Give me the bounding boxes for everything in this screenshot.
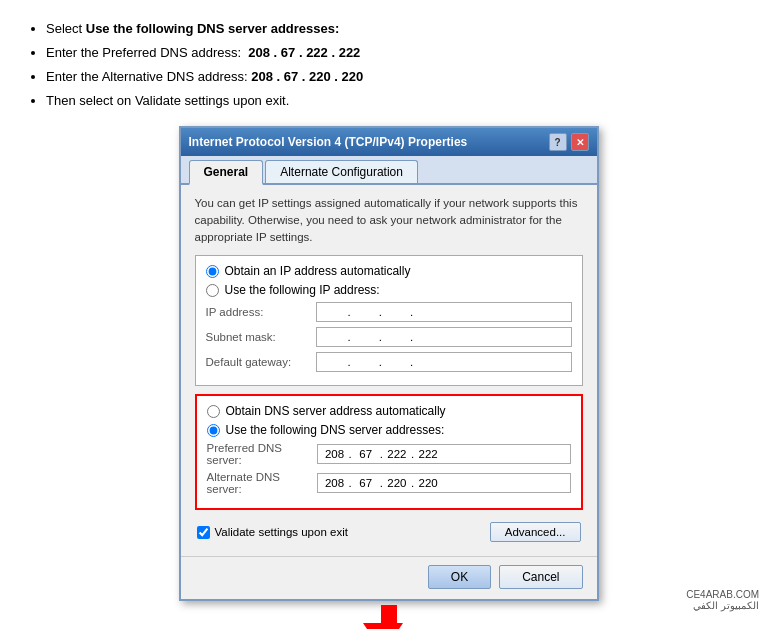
subnet-mask-label: Subnet mask:: [206, 331, 316, 343]
dialog-description: You can get IP settings assigned automat…: [195, 195, 583, 245]
instruction-item-1: Select Use the following DNS server addr…: [46, 18, 753, 40]
default-gateway-input: . . .: [316, 352, 572, 372]
instruction-item-3: Enter the Alternative DNS address: 208 .…: [46, 66, 753, 88]
alternate-dns-input[interactable]: 208 . 67 . 220 . 220: [317, 473, 571, 493]
help-button[interactable]: ?: [549, 133, 567, 151]
subnet-mask-row: Subnet mask: . . .: [206, 327, 572, 347]
dialog-bottom-row: Validate settings upon exit Advanced...: [195, 518, 583, 546]
ip-section: Obtain an IP address automatically Use t…: [195, 255, 583, 386]
tab-general[interactable]: General: [189, 160, 264, 185]
obtain-ip-auto-label: Obtain an IP address automatically: [225, 264, 411, 278]
arrow-indicator: [375, 605, 403, 629]
obtain-dns-auto-row: Obtain DNS server address automatically: [207, 404, 571, 418]
validate-checkbox[interactable]: [197, 526, 210, 539]
use-following-ip-label: Use the following IP address:: [225, 283, 380, 297]
ip-address-input: . . .: [316, 302, 572, 322]
dialog-outer: Internet Protocol Version 4 (TCP/IPv4) P…: [24, 126, 753, 601]
dialog-body: You can get IP settings assigned automat…: [181, 185, 597, 556]
use-following-ip-row: Use the following IP address:: [206, 283, 572, 297]
titlebar-buttons: ? ✕: [549, 133, 589, 151]
arrow-head: [363, 623, 403, 629]
obtain-dns-auto-radio[interactable]: [207, 405, 220, 418]
ip-address-row: IP address: . . .: [206, 302, 572, 322]
close-button[interactable]: ✕: [571, 133, 589, 151]
ok-button[interactable]: OK: [428, 565, 491, 589]
validate-label: Validate settings upon exit: [215, 526, 348, 538]
instruction-item-2: Enter the Preferred DNS address: 208 . 6…: [46, 42, 753, 64]
preferred-dns-label: Preferred DNS server:: [207, 442, 317, 466]
watermark-line1: CE4ARAB.COM: [686, 589, 759, 600]
arrow-shaft: [381, 605, 397, 623]
dialog-window: Internet Protocol Version 4 (TCP/IPv4) P…: [179, 126, 599, 601]
use-following-ip-radio[interactable]: [206, 284, 219, 297]
arrow-container: [24, 605, 753, 629]
cancel-button[interactable]: Cancel: [499, 565, 582, 589]
ip-address-label: IP address:: [206, 306, 316, 318]
dialog-titlebar: Internet Protocol Version 4 (TCP/IPv4) P…: [181, 128, 597, 156]
instruction-item-4: Then select on Validate settings upon ex…: [46, 90, 753, 112]
obtain-ip-auto-radio[interactable]: [206, 265, 219, 278]
use-following-dns-radio[interactable]: [207, 424, 220, 437]
use-following-dns-label: Use the following DNS server addresses:: [226, 423, 445, 437]
dialog-footer: OK Cancel: [181, 556, 597, 599]
alternate-dns-row: Alternate DNS server: 208 . 67 . 220 . 2…: [207, 471, 571, 495]
alternate-dns-label: Alternate DNS server:: [207, 471, 317, 495]
watermark-line2: الكمبيوتر الكفي: [686, 600, 759, 611]
instruction-highlight-2: 208 . 67 . 222 . 222: [248, 45, 360, 60]
dns-section: Obtain DNS server address automatically …: [195, 394, 583, 510]
advanced-button[interactable]: Advanced...: [490, 522, 581, 542]
use-following-dns-row: Use the following DNS server addresses:: [207, 423, 571, 437]
subnet-mask-input: . . .: [316, 327, 572, 347]
dialog-title: Internet Protocol Version 4 (TCP/IPv4) P…: [189, 135, 549, 149]
default-gateway-row: Default gateway: . . .: [206, 352, 572, 372]
preferred-dns-input[interactable]: 208 . 67 . 222 . 222: [317, 444, 571, 464]
instruction-highlight-1: Use the following DNS server addresses:: [86, 21, 340, 36]
tab-alternate-configuration[interactable]: Alternate Configuration: [265, 160, 418, 183]
obtain-dns-auto-label: Obtain DNS server address automatically: [226, 404, 446, 418]
instruction-list: Select Use the following DNS server addr…: [24, 18, 753, 112]
obtain-ip-auto-row: Obtain an IP address automatically: [206, 264, 572, 278]
default-gateway-label: Default gateway:: [206, 356, 316, 368]
instruction-highlight-3: 208 . 67 . 220 . 220: [251, 69, 363, 84]
preferred-dns-row: Preferred DNS server: 208 . 67 . 222 . 2…: [207, 442, 571, 466]
watermark: CE4ARAB.COM الكمبيوتر الكفي: [686, 589, 759, 611]
dialog-tabs: General Alternate Configuration: [181, 156, 597, 185]
validate-checkbox-row: Validate settings upon exit: [197, 526, 348, 539]
